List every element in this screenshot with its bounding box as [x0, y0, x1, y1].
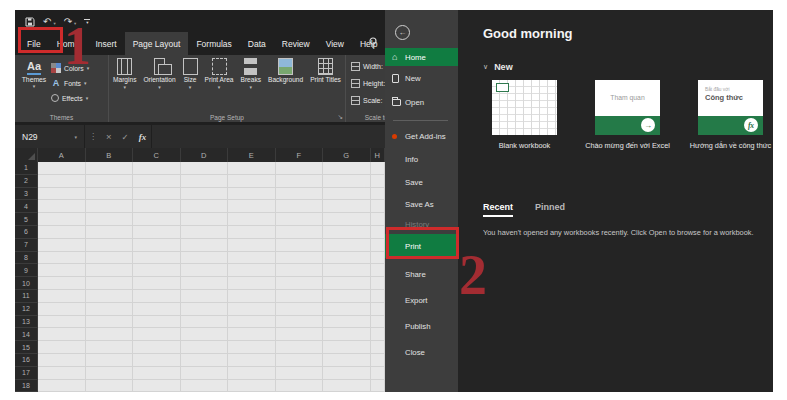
- cell[interactable]: [323, 226, 371, 239]
- sidebar-item-publish[interactable]: Publish: [385, 320, 458, 333]
- back-icon[interactable]: ←: [395, 25, 410, 40]
- tab-formulas[interactable]: Formulas: [188, 32, 239, 55]
- cell[interactable]: [181, 252, 229, 265]
- sidebar-item-info[interactable]: Info: [385, 153, 458, 166]
- cell[interactable]: [133, 188, 181, 201]
- margins-button[interactable]: Margins▾: [112, 58, 137, 110]
- cell[interactable]: [228, 162, 276, 175]
- new-section-header[interactable]: ∨ New: [483, 62, 513, 72]
- cell[interactable]: [133, 277, 181, 290]
- cell[interactable]: [38, 213, 86, 226]
- cell[interactable]: [133, 316, 181, 329]
- cell[interactable]: [371, 328, 386, 341]
- column-header-e[interactable]: E: [228, 148, 276, 162]
- breaks-button[interactable]: Breaks▾: [240, 58, 263, 110]
- cell[interactable]: [323, 252, 371, 265]
- undo-button[interactable]: ↶▾: [43, 17, 56, 27]
- cell[interactable]: [323, 213, 371, 226]
- cell[interactable]: [86, 200, 134, 213]
- search-icon[interactable]: [368, 37, 378, 49]
- cell[interactable]: [86, 303, 134, 316]
- row-header-17[interactable]: 17: [15, 367, 38, 380]
- cell[interactable]: [86, 341, 134, 354]
- row-header-7[interactable]: 7: [15, 239, 38, 252]
- cell[interactable]: [181, 303, 229, 316]
- cell[interactable]: [86, 252, 134, 265]
- cell[interactable]: [86, 264, 134, 277]
- row-header-9[interactable]: 9: [15, 264, 38, 277]
- cell[interactable]: [133, 239, 181, 252]
- tab-page-layout[interactable]: Page Layout: [125, 32, 189, 55]
- cell[interactable]: [38, 290, 86, 303]
- template-card-h-ng-d-n-v-c-ng-th-c[interactable]: Bắt đầu vớiCông thứcfxHướng dẫn về công …: [698, 80, 763, 135]
- save-icon[interactable]: [25, 17, 35, 27]
- cell[interactable]: [276, 162, 324, 175]
- background-button[interactable]: Background: [267, 58, 304, 110]
- cell[interactable]: [133, 252, 181, 265]
- cell[interactable]: [38, 252, 86, 265]
- template-card-blank-workbook[interactable]: Blank workbook: [492, 80, 557, 135]
- cell[interactable]: [228, 290, 276, 303]
- column-header-a[interactable]: A: [38, 148, 86, 162]
- row-header-8[interactable]: 8: [15, 252, 38, 265]
- cell[interactable]: [228, 200, 276, 213]
- print-area-button[interactable]: Print Area▾: [204, 58, 235, 110]
- cell[interactable]: [86, 277, 134, 290]
- cell[interactable]: [276, 380, 324, 392]
- cell[interactable]: [323, 316, 371, 329]
- cell[interactable]: [181, 290, 229, 303]
- cell[interactable]: [86, 226, 134, 239]
- cell[interactable]: [228, 354, 276, 367]
- cell[interactable]: [133, 213, 181, 226]
- cell[interactable]: [181, 239, 229, 252]
- row-header-18[interactable]: 18: [15, 380, 38, 392]
- cell[interactable]: [323, 303, 371, 316]
- cell[interactable]: [371, 175, 386, 188]
- cell[interactable]: [133, 200, 181, 213]
- cell[interactable]: [228, 188, 276, 201]
- cell[interactable]: [86, 162, 134, 175]
- cell[interactable]: [38, 367, 86, 380]
- cell[interactable]: [38, 328, 86, 341]
- cell[interactable]: [133, 175, 181, 188]
- cell[interactable]: [86, 354, 134, 367]
- sidebar-item-save-as[interactable]: Save As: [385, 198, 458, 211]
- cell[interactable]: [181, 277, 229, 290]
- cell[interactable]: [181, 316, 229, 329]
- row-header-13[interactable]: 13: [15, 316, 38, 329]
- cell[interactable]: [38, 354, 86, 367]
- column-header-b[interactable]: B: [86, 148, 134, 162]
- cell[interactable]: [371, 303, 386, 316]
- tab-view[interactable]: View: [318, 32, 352, 55]
- cell[interactable]: [276, 252, 324, 265]
- effects-button[interactable]: Effects▾: [51, 92, 89, 104]
- sidebar-item-close[interactable]: Close: [385, 346, 458, 359]
- cell[interactable]: [86, 367, 134, 380]
- cell[interactable]: [371, 290, 386, 303]
- cell[interactable]: [228, 226, 276, 239]
- cell[interactable]: [181, 328, 229, 341]
- cell[interactable]: [228, 213, 276, 226]
- cell[interactable]: [181, 354, 229, 367]
- sidebar-item-open[interactable]: Open: [385, 96, 458, 109]
- cell[interactable]: [276, 290, 324, 303]
- tab-insert[interactable]: Insert: [87, 32, 124, 55]
- cell[interactable]: [371, 252, 386, 265]
- cell[interactable]: [323, 367, 371, 380]
- cell[interactable]: [133, 303, 181, 316]
- cell[interactable]: [86, 380, 134, 392]
- row-header-1[interactable]: 1: [15, 162, 38, 175]
- cell[interactable]: [276, 341, 324, 354]
- cell[interactable]: [86, 175, 134, 188]
- cell[interactable]: [228, 367, 276, 380]
- cell[interactable]: [38, 226, 86, 239]
- cell[interactable]: [133, 290, 181, 303]
- cell[interactable]: [371, 277, 386, 290]
- cell[interactable]: [323, 200, 371, 213]
- cell[interactable]: [38, 200, 86, 213]
- row-header-15[interactable]: 15: [15, 341, 38, 354]
- cell[interactable]: [181, 264, 229, 277]
- row-header-14[interactable]: 14: [15, 328, 38, 341]
- sidebar-item-home[interactable]: ⌂Home: [385, 48, 458, 66]
- cell[interactable]: [181, 188, 229, 201]
